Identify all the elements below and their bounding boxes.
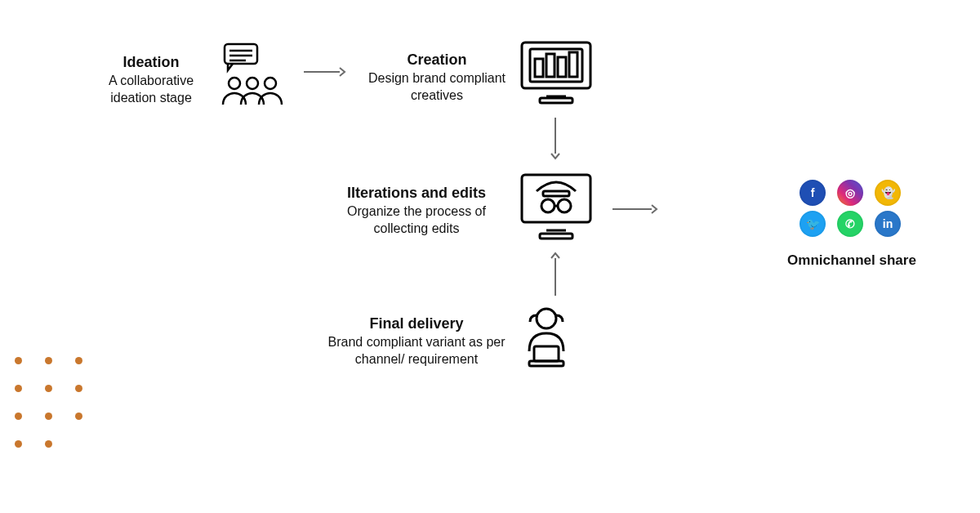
svg-point-20 bbox=[558, 199, 571, 212]
facebook-icon: f bbox=[800, 180, 826, 206]
arrow-up-1 bbox=[549, 250, 562, 297]
svg-point-4 bbox=[229, 78, 240, 89]
arrow-right-2 bbox=[611, 203, 658, 216]
final-title: Final delivery bbox=[323, 314, 510, 333]
svg-rect-11 bbox=[546, 54, 555, 77]
svg-point-6 bbox=[265, 78, 276, 89]
twitter-glyph: 🐦 bbox=[806, 217, 820, 230]
svg-rect-18 bbox=[543, 191, 569, 196]
svg-rect-23 bbox=[540, 234, 572, 239]
snapchat-glyph: 👻 bbox=[881, 186, 895, 199]
iterations-desc: Organize the process of collecting edits bbox=[323, 203, 510, 238]
linkedin-icon: in bbox=[875, 211, 901, 237]
node-creation: Creation Design brand compliant creative… bbox=[359, 51, 514, 105]
twitter-icon: 🐦 bbox=[800, 211, 826, 237]
instagram-icon: ◎ bbox=[837, 180, 863, 206]
review-monitor-icon bbox=[519, 172, 594, 242]
svg-point-5 bbox=[247, 78, 258, 89]
svg-rect-27 bbox=[534, 346, 559, 361]
social-icons-grid: f ◎ 👻 🐦 ✆ in bbox=[782, 180, 921, 237]
design-monitor-icon bbox=[519, 39, 594, 106]
instagram-glyph: ◎ bbox=[845, 186, 855, 199]
diagram-canvas: Ideation A collaborative ideation stage … bbox=[0, 0, 980, 513]
node-iterations: IIterations and edits Organize the proce… bbox=[323, 184, 510, 238]
node-final: Final delivery Brand compliant variant a… bbox=[323, 314, 510, 368]
svg-point-19 bbox=[541, 199, 555, 212]
linkedin-glyph: in bbox=[883, 217, 893, 230]
svg-rect-13 bbox=[569, 52, 577, 77]
facebook-glyph: f bbox=[811, 186, 815, 199]
iterations-title: IIterations and edits bbox=[323, 184, 510, 203]
node-omnichannel: f ◎ 👻 🐦 ✆ in Omnichannel share bbox=[782, 180, 921, 269]
snapchat-icon: 👻 bbox=[875, 180, 901, 206]
whatsapp-icon: ✆ bbox=[837, 211, 863, 237]
final-desc: Brand compliant variant as per channel/ … bbox=[323, 333, 510, 368]
svg-point-26 bbox=[537, 309, 556, 328]
collaboration-icon bbox=[216, 42, 288, 106]
svg-rect-15 bbox=[540, 98, 572, 103]
decorative-dot-grid bbox=[15, 353, 105, 464]
omnichannel-label: Omnichannel share bbox=[782, 252, 921, 269]
creation-title: Creation bbox=[359, 51, 514, 69]
node-ideation: Ideation A collaborative ideation stage bbox=[86, 53, 216, 107]
arrow-right-1 bbox=[302, 65, 346, 78]
ideation-desc: A collaborative ideation stage bbox=[86, 72, 216, 107]
creation-desc: Design brand compliant creatives bbox=[359, 69, 514, 105]
person-laptop-icon bbox=[514, 304, 578, 371]
svg-rect-10 bbox=[535, 59, 543, 77]
ideation-title: Ideation bbox=[86, 53, 216, 72]
whatsapp-glyph: ✆ bbox=[845, 217, 855, 230]
svg-rect-12 bbox=[558, 57, 566, 77]
arrow-down-1 bbox=[549, 116, 562, 160]
svg-rect-28 bbox=[529, 361, 564, 366]
